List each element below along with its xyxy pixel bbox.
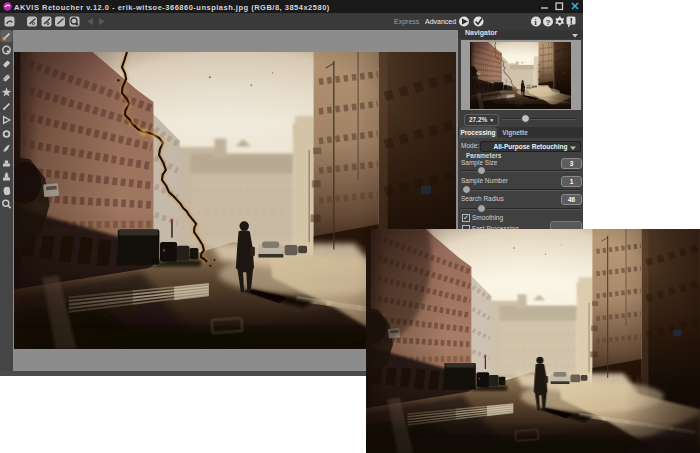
svg-text:Express: Express bbox=[394, 18, 420, 26]
svg-text:?: ? bbox=[546, 18, 551, 27]
svg-text:Advanced: Advanced bbox=[425, 18, 456, 25]
